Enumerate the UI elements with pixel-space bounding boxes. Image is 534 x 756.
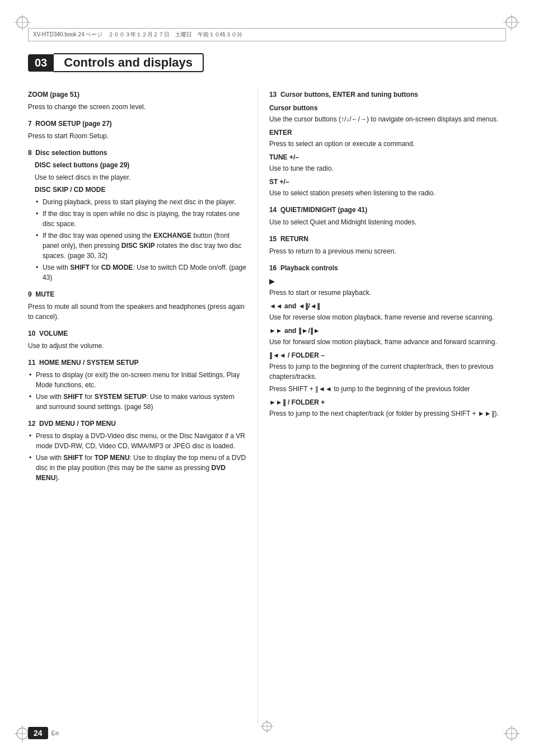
item11-title: HOME MENU / SYSTEM SETUP	[39, 359, 138, 367]
item14-title: QUIET/MIDNIGHT (page 41)	[280, 206, 367, 214]
header-text: XV-HTD340.book 24 ページ ２００３年１２月２７日 土曜日 午前…	[33, 31, 243, 37]
rew-body: Use for reverse slow motion playback, fr…	[269, 312, 506, 322]
item12-bullet-1: Press to display a DVD-Video disc menu, …	[28, 431, 246, 451]
item11-bullet-2: Use with SHIFT for SYSTEM SETUP: Use to …	[28, 392, 246, 412]
item10-body: Use to adjust the volume.	[28, 341, 246, 351]
item12-bullets: Press to display a DVD-Video disc menu, …	[28, 431, 246, 483]
disc-skip-bullet-3: If the disc tray was opened using the EX…	[35, 231, 246, 261]
st-title: ST +/–	[269, 177, 506, 187]
item10-number: 10	[28, 330, 35, 337]
disc-select-title: DISC select buttons (page 29)	[35, 161, 129, 169]
section-item14: 14 QUIET/MIDNIGHT (page 41) Use to selec…	[269, 205, 506, 227]
disc-skip-bullets: During playback, press to start playing …	[35, 197, 246, 283]
item13-number: 13	[269, 91, 277, 98]
section-zoom: ZOOM (page 51) Press to change the scree…	[28, 90, 246, 112]
fwd-title: ►► and ‖►/‖►	[269, 326, 506, 336]
item8-number: 8	[28, 149, 32, 157]
item7-title: ROOM SETUP (page 27)	[35, 120, 111, 128]
header-bar: XV-HTD340.book 24 ページ ２００３年１２月２７日 土曜日 午前…	[28, 28, 506, 41]
item10-title: VOLUME	[39, 330, 68, 337]
next-body: Press to jump to the next chapter/track …	[269, 408, 506, 419]
left-column: ZOOM (page 51) Press to change the scree…	[28, 90, 257, 722]
item14-body: Use to select Quiet and Midnight listeni…	[269, 217, 506, 227]
prev-shift: Press SHIFT + ‖◄◄ to jump to the beginni…	[269, 384, 506, 394]
item11-bullet-1: Press to display (or exit) the on-screen…	[28, 370, 246, 390]
section-item16: 16 Playback controls ▶ Press to start or…	[269, 263, 506, 419]
disc-skip-bullet-1: During playback, press to start playing …	[35, 197, 246, 207]
item14-number: 14	[269, 206, 277, 214]
item12-title: DVD MENU / TOP MENU	[39, 420, 116, 428]
right-column: 13 Cursor buttons, ENTER and tuning butt…	[257, 90, 506, 722]
disc-select-body: Use to select discs in the player.	[35, 172, 246, 182]
item15-title: RETURN	[280, 235, 308, 243]
tune-title: TUNE +/–	[269, 152, 506, 162]
item11-number: 11	[28, 359, 35, 367]
item9-title: MUTE	[35, 290, 54, 298]
cursor-body: Use the cursor buttons (↑/↓/←/→) to navi…	[269, 114, 506, 124]
zoom-title: ZOOM (page 51)	[28, 91, 79, 98]
chapter-number: 03	[28, 54, 54, 72]
disc-skip-title: DISC SKIP / CD MODE	[35, 185, 246, 195]
next-title: ►►‖ / FOLDER +	[269, 397, 506, 407]
zoom-body: Press to change the screen zoom level.	[28, 102, 246, 112]
enter-body: Press to select an option or execute a c…	[269, 139, 506, 149]
disc-skip-bullet-4: Use with SHIFT for CD MODE: Use to switc…	[35, 262, 246, 283]
item12-number: 12	[28, 420, 35, 428]
item13-title: Cursor buttons, ENTER and tuning buttons	[280, 91, 418, 98]
rew-title: ◄◄ and ◄‖/◄‖	[269, 301, 506, 311]
main-content: ZOOM (page 51) Press to change the scree…	[28, 90, 506, 722]
page-footer: 24 En	[28, 727, 59, 739]
chapter-label: 03 Controls and displays	[28, 53, 204, 72]
item16-title: Playback controls	[280, 264, 338, 272]
item7-number: 7	[28, 120, 32, 128]
fwd-body: Use for forward slow motion playback, fr…	[269, 337, 506, 347]
section-item12: 12 DVD MENU / TOP MENU Press to display …	[28, 419, 246, 483]
prev-title: ‖◄◄ / FOLDER –	[269, 350, 506, 360]
st-body: Use to select station presets when liste…	[269, 188, 506, 198]
play-body: Press to start or resume playback.	[269, 288, 506, 298]
item11-bullets: Press to display (or exit) the on-screen…	[28, 370, 246, 412]
item7-body: Press to start Room Setup.	[28, 131, 246, 141]
item9-number: 9	[28, 290, 32, 298]
section-item13: 13 Cursor buttons, ENTER and tuning butt…	[269, 90, 506, 198]
page-lang: En	[51, 730, 59, 736]
section-item11: 11 HOME MENU / SYSTEM SETUP Press to dis…	[28, 358, 246, 412]
enter-title: ENTER	[269, 128, 506, 138]
chapter-title: Controls and displays	[54, 53, 204, 72]
section-item7: 7 ROOM SETUP (page 27) Press to start Ro…	[28, 119, 246, 141]
section-item8: 8 Disc selection buttons DISC select but…	[28, 148, 246, 283]
item15-number: 15	[269, 235, 277, 243]
page-number: 24	[28, 727, 48, 739]
center-bottom-mark	[259, 718, 275, 736]
item16-number: 16	[269, 264, 277, 272]
section-item10: 10 VOLUME Use to adjust the volume.	[28, 328, 246, 351]
item15-body: Press to return to a previous menu scree…	[269, 246, 506, 256]
play-title: ▶	[269, 276, 506, 287]
item12-bullet-2: Use with SHIFT for TOP MENU: Use to disp…	[28, 453, 246, 483]
disc-skip-bullet-2: If the disc tray is open while no disc i…	[35, 209, 246, 229]
section-item15: 15 RETURN Press to return to a previous …	[269, 234, 506, 256]
cursor-title: Cursor buttons	[269, 103, 506, 113]
prev-body: Press to jump to the beginning of the cu…	[269, 361, 506, 382]
corner-mark-br	[500, 722, 523, 745]
item9-body: Press to mute all sound from the speaker…	[28, 302, 246, 322]
section-item9: 9 MUTE Press to mute all sound from the …	[28, 289, 246, 322]
tune-body: Use to tune the radio.	[269, 163, 506, 173]
item8-title: Disc selection buttons	[35, 149, 107, 157]
